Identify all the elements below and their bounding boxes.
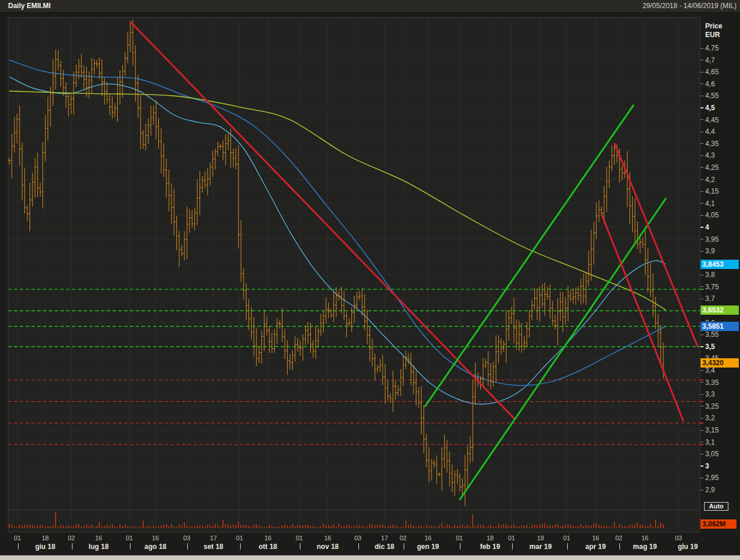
price-tick-label: 4,5 — [705, 104, 715, 112]
price-badge: 3,4320 — [701, 358, 739, 368]
price-tick-mark — [701, 370, 703, 371]
price-tick-label: 4 — [705, 223, 709, 231]
price-badge: 3,8453 — [701, 260, 739, 269]
price-tick-label: 3,5 — [705, 343, 715, 351]
price-tick-mark — [701, 215, 703, 216]
price-tick-mark — [701, 48, 703, 49]
date-tick-label: 16 — [152, 534, 159, 541]
month-label: feb 19 — [480, 543, 500, 551]
date-tick-label: 16 — [324, 534, 331, 541]
price-tick-label: 4,35 — [705, 140, 719, 148]
date-tick-label: 16 — [425, 534, 431, 541]
price-tick-mark — [701, 299, 703, 299]
month-label: gen 19 — [417, 543, 439, 551]
price-tick-label: 3,05 — [705, 450, 719, 458]
date-tick-label: 16 — [641, 534, 648, 541]
month-label: mar 19 — [529, 543, 552, 551]
window-bottom-edge — [0, 555, 740, 560]
date-tick-label: 01 — [236, 534, 243, 541]
trendline-downtrend-upper[interactable] — [615, 144, 698, 347]
price-tick-label: 3,8 — [705, 271, 715, 279]
month-separator — [358, 543, 359, 550]
price-tick-mark — [701, 72, 703, 72]
date-tick-label: 03 — [675, 534, 682, 541]
date-tick-label: 01 — [508, 534, 515, 541]
price-tick-mark — [701, 442, 703, 442]
date-tick-label: 02 — [400, 534, 407, 541]
price-tick-mark — [701, 191, 703, 192]
price-tick-mark — [701, 275, 703, 275]
month-label: nov 18 — [317, 543, 339, 551]
price-tick-label: 3,15 — [705, 426, 719, 434]
month-label: lug 18 — [89, 543, 109, 551]
volume-series — [9, 512, 663, 528]
date-tick-label: 01 — [296, 534, 303, 541]
price-tick-label: 3,3 — [705, 390, 715, 398]
price-tick-label: 3 — [705, 462, 709, 470]
trendline-uptrend-main[interactable] — [425, 106, 633, 406]
price-tick-label: 2,95 — [705, 474, 719, 482]
price-axis[interactable]: Price EUR Auto 3,062M 2,92,9533,053,13,1… — [700, 13, 740, 534]
price-tick-mark — [701, 430, 703, 431]
month-separator — [460, 543, 460, 550]
month-separator — [567, 543, 568, 550]
price-tick-label: 3,9 — [705, 247, 715, 255]
price-tick-label: 4,05 — [705, 211, 719, 219]
date-tick-label: 18 — [487, 534, 494, 541]
month-label: set 18 — [204, 543, 223, 551]
month-separator — [18, 543, 19, 550]
price-tick-mark — [701, 96, 703, 96]
price-tick-mark — [701, 406, 703, 406]
price-tick-mark — [701, 454, 703, 454]
month-label: mag 19 — [633, 543, 656, 551]
month-separator — [240, 543, 241, 550]
month-separator — [72, 543, 72, 550]
price-tick-label: 4,4 — [705, 128, 715, 136]
price-tick-mark — [701, 418, 703, 419]
price-tick-mark — [701, 203, 703, 203]
month-separator — [130, 543, 130, 550]
price-tick-mark — [701, 251, 703, 252]
date-tick-label: 17 — [210, 534, 217, 541]
price-tick-mark — [701, 227, 703, 228]
time-axis[interactable]: 0118giu 180216lug 180116ago 180317set 18… — [0, 532, 740, 555]
price-tick-mark — [701, 179, 703, 180]
horizontal-gridlines — [8, 48, 700, 490]
price-tick-label: 3,4 — [705, 366, 715, 374]
price-tick-label: 4,6 — [705, 80, 715, 88]
date-tick-label: 18 — [537, 534, 544, 541]
price-tick-label: 3,25 — [705, 402, 719, 410]
price-tick-mark — [701, 286, 703, 287]
price-tick-label: 3,95 — [705, 235, 719, 243]
price-tick-mark — [701, 334, 703, 335]
date-tick-label: 16 — [95, 534, 102, 541]
auto-scale-button[interactable]: Auto — [704, 502, 728, 511]
month-separator — [300, 543, 300, 550]
month-label: giu 18 — [35, 543, 56, 551]
month-label: dic 18 — [375, 543, 394, 551]
price-tick-label: 4,55 — [705, 92, 719, 100]
date-tick-label: 16 — [264, 534, 271, 541]
price-tick-mark — [701, 119, 703, 120]
price-tick-label: 3,2 — [705, 414, 715, 422]
month-separator — [404, 543, 404, 550]
price-tick-label: 3,35 — [705, 379, 719, 387]
price-badge: 3,5851 — [701, 322, 739, 331]
date-tick-label: 02 — [68, 534, 75, 541]
price-tick-mark — [701, 132, 703, 132]
date-tick-label: 17 — [381, 534, 388, 541]
date-tick-label: 01 — [126, 534, 133, 541]
date-tick-label: 02 — [615, 534, 622, 541]
chart-canvas[interactable] — [0, 0, 740, 560]
month-label: giu 19 — [678, 543, 698, 551]
date-tick-label: 01 — [563, 534, 570, 541]
price-tick-label: 3,55 — [705, 330, 719, 339]
price-tick-mark — [701, 143, 703, 144]
price-tick-mark — [701, 478, 703, 478]
price-tick-label: 4,75 — [705, 44, 719, 52]
price-tick-mark — [701, 466, 703, 467]
price-tick-label: 4,1 — [705, 199, 715, 208]
price-tick-mark — [701, 394, 703, 395]
price-tick-label: 3,7 — [705, 294, 715, 303]
price-tick-label: 4,2 — [705, 176, 715, 184]
